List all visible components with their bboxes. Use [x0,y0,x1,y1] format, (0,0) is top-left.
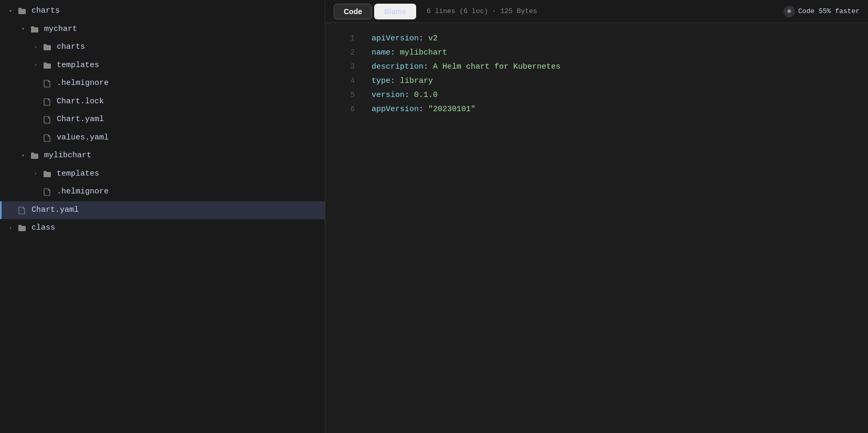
file-meta: 6 lines (6 loc) · 125 Bytes [427,7,537,15]
code-line: 6 appVersion: "20230101" [325,102,868,116]
code-content: type: library [372,74,433,88]
item-label: mychart [44,24,77,36]
folder-icon [17,224,27,232]
code-content: description: A Helm chart for Kubernetes [372,60,560,74]
tree-item-charts-root[interactable]: charts [0,2,325,20]
item-label: templates [57,168,99,180]
tree-item-mychart-chartlock[interactable]: Chart.lock [0,93,325,111]
tab-code[interactable]: Code [334,4,372,19]
code-content: appVersion: "20230101" [372,102,475,116]
tree-item-mychart-templates[interactable]: templates [0,57,325,75]
file-icon [17,206,27,214]
file-icon [42,115,52,124]
code-line: 1 apiVersion: v2 [325,31,868,46]
tree-item-mychart-valuesyaml[interactable]: values.yaml [0,129,325,147]
copilot-label: Code 55% faster [798,7,860,15]
tree-item-mylibchart[interactable]: mylibchart [0,147,325,165]
item-label: mylibchart [44,150,91,162]
code-line: 3 description: A Helm chart for Kubernet… [325,60,868,74]
line-number: 6 [338,103,355,116]
tree-item-mylibchart-helmignore[interactable]: .helmignore [0,183,325,201]
item-label: .helmignore [57,78,109,90]
copilot-icon: ⊛ [784,6,795,17]
file-tree: charts mychart charts templates .helmign… [0,0,325,433]
tree-item-mylibchart-templates[interactable]: templates [0,165,325,183]
chevron-icon [19,151,27,160]
main-panel: Code Blame 6 lines (6 loc) · 125 Bytes ⊛… [325,0,868,433]
folder-icon [29,151,40,160]
code-line: 4 type: library [325,74,868,88]
chevron-icon [6,7,15,15]
chevron-icon [19,25,27,34]
line-number: 4 [338,74,355,88]
code-content: apiVersion: v2 [372,31,438,46]
file-icon [42,188,52,196]
line-number: 2 [338,46,355,59]
folder-icon [42,170,52,178]
code-content: version: 0.1.0 [372,88,438,102]
tree-item-mylibchart-chartyaml[interactable]: Chart.yaml [0,201,325,220]
item-label: templates [57,60,99,72]
code-line: 5 version: 0.1.0 [325,88,868,102]
item-label: .helmignore [57,186,109,198]
copilot-badge: ⊛ Code 55% faster [784,6,860,17]
file-icon [42,79,52,88]
chevron-icon [31,61,40,70]
folder-icon [42,61,52,70]
folder-icon [17,7,27,15]
code-content: name: mylibchart [372,46,447,60]
item-label: Chart.yaml [31,204,79,216]
file-icon [42,98,52,106]
folder-icon [29,25,40,34]
item-label: class [31,222,55,234]
code-line: 2 name: mylibchart [325,46,868,60]
tab-blame[interactable]: Blame [374,4,416,19]
line-number: 5 [338,89,355,102]
chevron-icon [31,43,40,51]
item-label: values.yaml [57,132,109,144]
tree-item-mychart-chartyaml[interactable]: Chart.yaml [0,111,325,129]
chevron-icon [6,224,15,232]
tab-bar: Code Blame 6 lines (6 loc) · 125 Bytes ⊛… [325,0,868,23]
item-label: charts [57,41,85,53]
tree-item-mychart-helmignore[interactable]: .helmignore [0,74,325,93]
folder-icon [42,43,52,51]
tree-item-mychart[interactable]: mychart [0,20,325,39]
item-label: charts [31,5,60,17]
line-number: 1 [338,32,355,45]
line-number: 3 [338,60,355,73]
file-icon [42,134,52,142]
tree-item-mychart-charts[interactable]: charts [0,38,325,57]
item-label: Chart.lock [57,96,104,108]
code-area: 1 apiVersion: v2 2 name: mylibchart 3 de… [325,23,868,433]
item-label: Chart.yaml [57,114,104,126]
tree-item-class[interactable]: class [0,219,325,237]
chevron-icon [31,170,40,178]
